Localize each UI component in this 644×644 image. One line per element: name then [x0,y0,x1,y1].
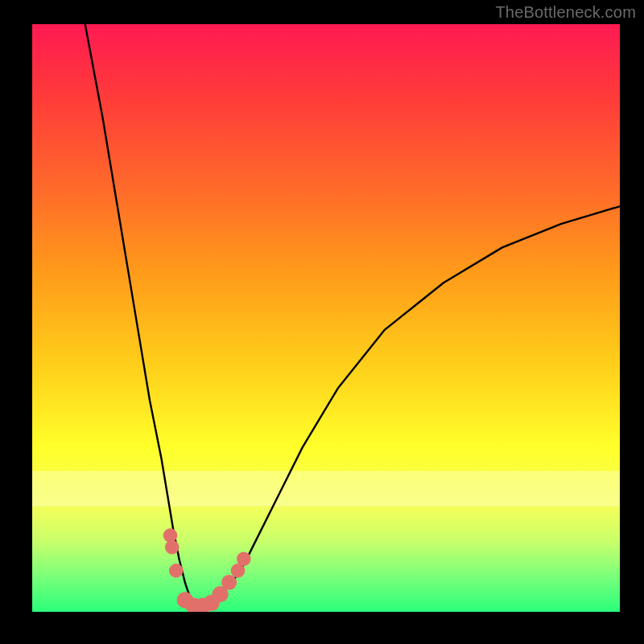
data-marker [169,564,184,578]
plot-area [32,24,620,612]
bottleneck-curve [32,24,620,612]
chart-frame: TheBottleneck.com [0,0,644,644]
watermark-text: TheBottleneck.com [495,3,636,22]
data-marker [165,540,180,555]
data-marker [237,552,251,567]
data-marker [221,575,237,590]
